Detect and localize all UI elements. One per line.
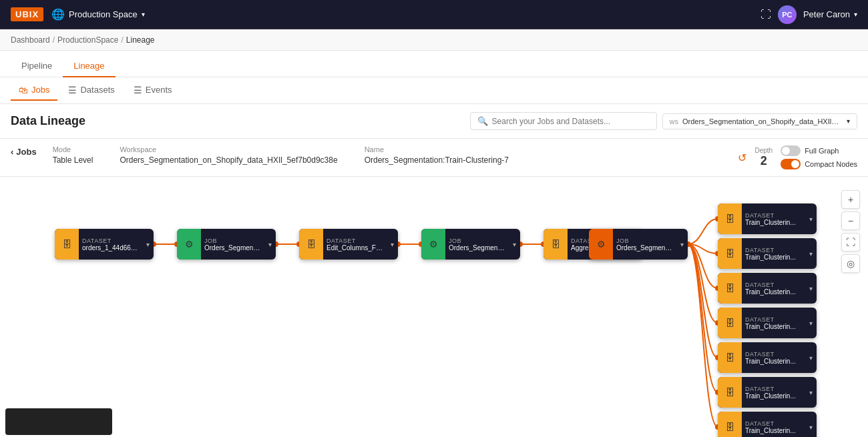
node-name-job3: Orders_Segmenta...: [616, 244, 672, 252]
node-expand-ds2[interactable]: ▾: [386, 229, 398, 260]
node-type-out7: DATASET: [745, 420, 801, 427]
node-icon-job3: ⚙: [589, 229, 613, 260]
ws-value: Orders_Segmentation_on_Shopify_data_HXIl…: [682, 117, 843, 125]
node-icon-out2: 🗄: [718, 238, 742, 269]
zoom-in-button[interactable]: +: [841, 190, 860, 209]
node-expand-job2[interactable]: ▾: [508, 229, 520, 260]
tab-lineage-label: Lineage: [73, 61, 104, 71]
back-arrow-icon: ‹: [11, 147, 13, 157]
connection-job3-out4: [688, 244, 718, 323]
full-graph-knob: [782, 147, 790, 155]
node-expand-out1[interactable]: ▾: [805, 203, 817, 234]
jobs-bar: ‹ Jobs Mode Table Level Workspace Orders…: [0, 139, 868, 177]
graph-node-out6[interactable]: 🗄 DATASET Train_Clusterin... ▾: [718, 377, 817, 408]
zoom-out-button[interactable]: −: [841, 211, 860, 230]
minimap: [5, 408, 112, 435]
node-icon-ds1: 🗄: [55, 229, 79, 260]
breadcrumb-dashboard[interactable]: Dashboard: [11, 35, 50, 45]
node-info-job3: JOB Orders_Segmenta...: [613, 236, 676, 254]
graph-node-out4[interactable]: 🗄 DATASET Train_Clusterin... ▾: [718, 308, 817, 338]
node-type-ds1: DATASET: [82, 238, 138, 244]
node-name-job2: Orders_Segmenta...: [449, 244, 505, 252]
graph-node-job3[interactable]: ⚙ JOB Orders_Segmenta... ▾: [589, 229, 688, 260]
breadcrumb: Dashboard / ProductionSpace / Lineage: [0, 29, 868, 51]
node-expand-out2[interactable]: ▾: [805, 238, 817, 269]
graph-node-out3[interactable]: 🗄 DATASET Train_Clusterin... ▾: [718, 273, 817, 304]
jobs-back-button[interactable]: ‹ Jobs: [11, 147, 37, 157]
fullscreen-button[interactable]: ⛶: [761, 9, 771, 21]
graph-node-out5[interactable]: 🗄 DATASET Train_Clusterin... ▾: [718, 342, 817, 373]
canvas-area: 🗄 DATASET orders_1_44d66c... ▾ ⚙ JOB Ord…: [0, 177, 868, 437]
node-expand-out6[interactable]: ▾: [805, 377, 817, 408]
graph-node-out1[interactable]: 🗄 DATASET Train_Clusterin... ▾: [718, 203, 817, 234]
graph-node-out7[interactable]: 🗄 DATASET Train_Clusterin... ▾: [718, 412, 817, 437]
nav-right: ⛶ PC Peter Caron ▾: [761, 5, 857, 24]
node-expand-out5[interactable]: ▾: [805, 342, 817, 373]
node-type-out1: DATASET: [745, 212, 801, 219]
connection-job3-out1: [688, 219, 718, 244]
node-expand-job1[interactable]: ▾: [264, 229, 276, 260]
refresh-button[interactable]: ↺: [738, 151, 746, 164]
node-type-out4: DATASET: [745, 316, 801, 323]
node-icon-out7: 🗄: [718, 412, 742, 437]
depth-label: Depth: [754, 147, 773, 154]
connection-job3-out2: [688, 244, 718, 254]
node-type-ds2: DATASET: [327, 238, 383, 244]
node-icon-out1: 🗄: [718, 203, 742, 234]
meta-workspace: Workspace Orders_Segmentation_on_Shopify…: [120, 145, 337, 165]
graph-node-ds2[interactable]: 🗄 DATASET Edit_Columns_Fi... ▾: [299, 229, 398, 260]
workspace-selector-dropdown[interactable]: ws Orders_Segmentation_on_Shopify_data_H…: [662, 113, 857, 129]
search-box[interactable]: 🔍: [470, 112, 657, 130]
header-bar: Data Lineage 🔍 ws Orders_Segmentation_on…: [0, 104, 868, 139]
zoom-target-button[interactable]: ◎: [841, 254, 860, 273]
mode-label: Mode: [53, 145, 93, 153]
zoom-fit-button[interactable]: ⛶: [841, 233, 860, 252]
header-right: 🔍 ws Orders_Segmentation_on_Shopify_data…: [470, 112, 857, 130]
full-graph-toggle[interactable]: Full Graph: [781, 145, 857, 156]
node-icon-ds2: 🗄: [299, 229, 323, 260]
user-menu-button[interactable]: Peter Caron ▾: [803, 9, 857, 19]
node-icon-out4: 🗄: [718, 308, 742, 338]
node-expand-job3[interactable]: ▾: [676, 229, 688, 260]
zoom-controls: + − ⛶ ◎: [841, 190, 860, 273]
node-info-out7: DATASET Train_Clusterin...: [742, 418, 805, 436]
sub-tab-datasets-label: Datasets: [80, 85, 114, 95]
jobs-metadata: Mode Table Level Workspace Orders_Segmen…: [53, 145, 722, 165]
node-expand-out4[interactable]: ▾: [805, 308, 817, 338]
compact-nodes-toggle[interactable]: Compact Nodes: [781, 159, 857, 169]
graph-node-ds1[interactable]: 🗄 DATASET orders_1_44d66c... ▾: [55, 229, 154, 260]
graph-node-job2[interactable]: ⚙ JOB Orders_Segmenta... ▾: [421, 229, 520, 260]
name-value: Orders_Segmentation:Train-Clustering-7: [365, 155, 509, 165]
node-icon-job1: ⚙: [177, 229, 201, 260]
compact-nodes-switch[interactable]: [781, 159, 801, 169]
graph-node-job1[interactable]: ⚙ JOB Orders_Segmenta... ▾: [177, 229, 276, 260]
jobs-icon: 🛍: [19, 85, 28, 95]
meta-name: Name Orders_Segmentation:Train-Clusterin…: [365, 145, 509, 165]
main-tabs: Pipeline Lineage: [0, 51, 868, 77]
node-type-job1: JOB: [204, 238, 260, 244]
node-info-job1: JOB Orders_Segmenta...: [201, 236, 264, 254]
node-expand-out7[interactable]: ▾: [805, 412, 817, 437]
tab-pipeline[interactable]: Pipeline: [11, 55, 63, 77]
breadcrumb-productionspace[interactable]: ProductionSpace: [57, 35, 118, 45]
search-input[interactable]: [492, 117, 650, 126]
node-icon-job2: ⚙: [421, 229, 445, 260]
workspace-selector[interactable]: 🌐 Production Space ▾: [51, 8, 145, 21]
tab-lineage[interactable]: Lineage: [63, 55, 115, 77]
user-name: Peter Caron: [803, 9, 850, 19]
full-graph-switch[interactable]: [781, 145, 801, 156]
graph-node-out2[interactable]: 🗄 DATASET Train_Clusterin... ▾: [718, 238, 817, 269]
events-icon: ☰: [134, 85, 142, 95]
node-expand-ds1[interactable]: ▾: [142, 229, 154, 260]
sub-tab-datasets[interactable]: ☰ Datasets: [60, 81, 122, 101]
sub-tab-events[interactable]: ☰ Events: [126, 81, 180, 101]
workspace-label: Workspace: [120, 145, 337, 153]
jobs-controls: ↺ Depth 2 Full Graph Compact Nodes: [738, 145, 857, 169]
name-label: Name: [365, 145, 509, 153]
sub-tab-jobs[interactable]: 🛍 Jobs: [11, 81, 57, 101]
node-expand-out3[interactable]: ▾: [805, 273, 817, 304]
connection-job3-out7: [688, 244, 718, 427]
node-name-out5: Train_Clusterin...: [745, 358, 801, 365]
page-title: Data Lineage: [11, 114, 85, 128]
node-icon-out3: 🗄: [718, 273, 742, 304]
